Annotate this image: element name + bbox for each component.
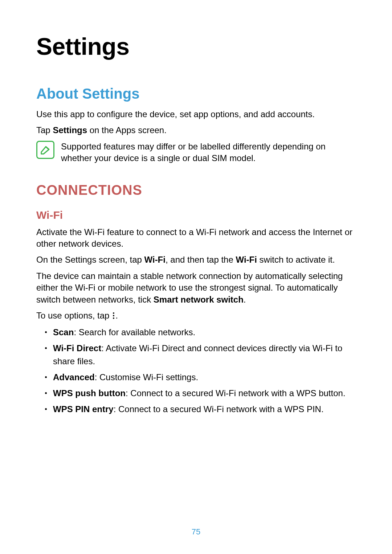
note-icon: [36, 141, 54, 159]
list-item: WPS push button: Connect to a secured Wi…: [53, 387, 356, 400]
text-fragment: Tap: [36, 125, 53, 135]
option-desc: : Customise Wi-Fi settings.: [95, 372, 198, 382]
note-callout: Supported features may differ or be labe…: [36, 141, 356, 164]
text-fragment: .: [244, 295, 246, 304]
option-name: Scan: [53, 327, 74, 337]
about-para-2: Tap Settings on the Apps screen.: [36, 124, 356, 136]
option-name: Wi-Fi Direct: [53, 343, 101, 353]
connections-heading: CONNECTIONS: [36, 182, 356, 198]
kebab-icon: [112, 312, 115, 319]
option-name: WPS push button: [53, 388, 126, 398]
option-name: WPS PIN entry: [53, 404, 114, 414]
wifi-bold-1: Wi-Fi: [144, 255, 166, 264]
text-fragment: .: [115, 311, 118, 320]
wifi-options-list: Scan: Search for available networks. Wi-…: [36, 326, 356, 416]
text-fragment: To use options, tap: [36, 311, 112, 320]
note-text: Supported features may differ or be labe…: [61, 141, 356, 164]
wifi-para-1: Activate the Wi-Fi feature to connect to…: [36, 226, 356, 250]
wifi-para-3: The device can maintain a stable network…: [36, 270, 356, 305]
text-fragment: , and then tap the: [166, 255, 236, 264]
wifi-para-2: On the Settings screen, tap Wi-Fi, and t…: [36, 254, 356, 266]
page-number: 75: [0, 527, 392, 537]
text-fragment: on the Apps screen.: [87, 125, 167, 135]
smart-network-switch-bold: Smart network switch: [154, 295, 244, 304]
wifi-para-4: To use options, tap .: [36, 310, 356, 321]
about-para-1: Use this app to configure the device, se…: [36, 108, 356, 120]
settings-bold: Settings: [53, 125, 87, 135]
text-fragment: switch to activate it.: [257, 255, 335, 264]
option-desc: : Connect to a secured Wi-Fi network wit…: [126, 388, 346, 398]
option-desc: : Search for available networks.: [74, 327, 195, 337]
document-page: Settings About Settings Use this app to …: [0, 0, 392, 554]
wifi-heading: Wi-Fi: [36, 209, 356, 221]
list-item: Advanced: Customise Wi-Fi settings.: [53, 371, 356, 384]
list-item: Wi-Fi Direct: Activate Wi-Fi Direct and …: [53, 342, 356, 368]
list-item: Scan: Search for available networks.: [53, 326, 356, 339]
text-fragment: On the Settings screen, tap: [36, 255, 144, 264]
about-settings-heading: About Settings: [36, 86, 356, 102]
option-name: Advanced: [53, 372, 95, 382]
option-desc: : Connect to a secured Wi-Fi network wit…: [114, 404, 324, 414]
list-item: WPS PIN entry: Connect to a secured Wi-F…: [53, 403, 356, 416]
page-title: Settings: [36, 33, 356, 60]
wifi-bold-2: Wi-Fi: [236, 255, 257, 264]
